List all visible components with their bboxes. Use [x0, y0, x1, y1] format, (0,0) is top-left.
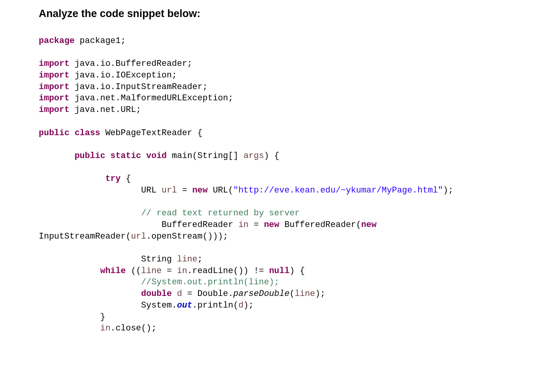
dbl-4: );: [315, 289, 325, 299]
in-var: in: [238, 220, 248, 230]
keyword-class: class: [74, 128, 100, 138]
buf-decl-2: =: [248, 220, 264, 230]
while-1: ((: [126, 266, 141, 276]
str-decl-end: ;: [197, 254, 202, 264]
keyword-import: import: [39, 105, 69, 115]
url-var: url: [162, 186, 177, 195]
d-var: d: [177, 289, 182, 299]
args-var: args: [243, 151, 264, 161]
keyword-double: double: [141, 289, 172, 299]
parse-double: parseDouble: [233, 289, 290, 299]
import-2: java.io.IOException;: [69, 70, 177, 80]
sout-3: );: [243, 301, 254, 310]
in-close: .close();: [110, 323, 157, 333]
comment-read: // read text returned by server: [141, 208, 300, 218]
keyword-try: try: [105, 174, 121, 184]
out-field: out: [177, 301, 192, 310]
keyword-import: import: [39, 93, 69, 103]
url-decl-4: );: [443, 186, 453, 195]
comment-sout: //System.out.println(line);: [141, 277, 279, 287]
buf-decl-1: BufferedReader: [162, 220, 238, 230]
keyword-new: new: [192, 186, 208, 195]
in-var: in: [100, 323, 110, 333]
dbl-3: (: [290, 289, 295, 299]
url-var: url: [131, 232, 147, 241]
in-var: in: [177, 266, 187, 276]
isr-wrap-start: InputStreamReader(: [39, 232, 131, 241]
main-sig-end: ) {: [264, 151, 279, 161]
line-var: line: [295, 289, 315, 299]
keyword-static: static: [110, 151, 141, 161]
keyword-import: import: [39, 59, 69, 69]
dbl-space: [172, 289, 177, 299]
keyword-import: import: [39, 70, 69, 80]
page-container: Analyze the code snippet below: package …: [0, 0, 545, 334]
keyword-public: public: [39, 128, 69, 138]
while-3: .readLine()) !=: [187, 266, 269, 276]
buf-decl-3: BufferedReader(: [279, 220, 361, 230]
url-string: "http://eve.kean.edu/~ykumar/MyPage.html…: [233, 186, 443, 195]
main-sig: main(String[]: [167, 151, 243, 161]
while-2: =: [162, 266, 177, 276]
keyword-public: public: [74, 151, 105, 161]
url-decl-2: =: [177, 186, 192, 195]
try-open: {: [121, 174, 131, 184]
page-title: Analyze the code snippet below:: [39, 8, 506, 20]
isr-wrap-end: .openStream()));: [146, 232, 228, 241]
while-4: ) {: [290, 266, 305, 276]
dbl-2: = Double.: [182, 289, 233, 299]
keyword-null: null: [269, 266, 290, 276]
sout-1: System.: [141, 301, 177, 310]
package-name: package1;: [74, 36, 126, 46]
keyword-import: import: [39, 82, 69, 92]
keyword-void: void: [146, 151, 167, 161]
line-var: line: [141, 266, 162, 276]
keyword-new: new: [264, 220, 279, 230]
url-decl-1: URL: [141, 186, 162, 195]
keyword-package: package: [39, 36, 74, 46]
keyword-while: while: [100, 266, 126, 276]
keyword-new: new: [361, 220, 377, 230]
line-var: line: [177, 254, 197, 264]
import-1: java.io.BufferedReader;: [69, 59, 192, 69]
import-5: java.net.URL;: [69, 105, 141, 115]
import-3: java.io.InputStreamReader;: [69, 82, 207, 92]
sout-2: .println(: [192, 301, 238, 310]
code-block: package package1; import java.io.Buffere…: [39, 35, 506, 334]
url-decl-3: URL(: [208, 186, 233, 195]
class-name: WebPageTextReader {: [100, 128, 202, 138]
import-4: java.net.MalformedURLException;: [69, 93, 233, 103]
brace-close: }: [100, 312, 105, 322]
d-var: d: [238, 301, 243, 310]
str-decl-1: String: [141, 254, 177, 264]
